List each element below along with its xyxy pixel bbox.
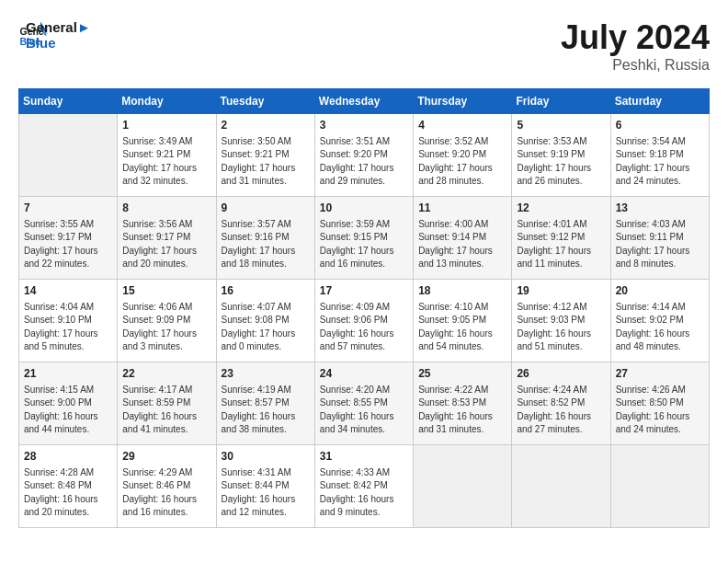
logo: General Blue General► Blue xyxy=(18,18,91,51)
calendar-cell: 21Sunrise: 4:15 AM Sunset: 9:00 PM Dayli… xyxy=(19,362,118,445)
day-detail: Sunrise: 3:56 AM Sunset: 9:17 PM Dayligh… xyxy=(122,218,210,271)
day-number: 22 xyxy=(122,366,210,382)
calendar-cell: 16Sunrise: 4:07 AM Sunset: 9:08 PM Dayli… xyxy=(216,280,314,362)
day-detail: Sunrise: 4:07 AM Sunset: 9:08 PM Dayligh… xyxy=(222,301,310,354)
day-detail: Sunrise: 3:54 AM Sunset: 9:18 PM Dayligh… xyxy=(616,135,704,189)
logo-line1: General► xyxy=(26,20,91,36)
day-number: 21 xyxy=(24,366,112,382)
day-number: 29 xyxy=(122,449,210,465)
calendar-cell: 13Sunrise: 4:03 AM Sunset: 9:11 PM Dayli… xyxy=(610,197,709,280)
calendar-cell xyxy=(414,445,512,528)
day-detail: Sunrise: 3:51 AM Sunset: 9:20 PM Dayligh… xyxy=(320,135,408,189)
week-row-4: 21Sunrise: 4:15 AM Sunset: 9:00 PM Dayli… xyxy=(19,362,710,445)
weekday-header-monday: Monday xyxy=(118,89,216,114)
day-number: 16 xyxy=(222,283,310,299)
calendar-cell: 19Sunrise: 4:12 AM Sunset: 9:03 PM Dayli… xyxy=(512,280,610,362)
day-number: 5 xyxy=(517,118,605,133)
day-detail: Sunrise: 4:06 AM Sunset: 9:09 PM Dayligh… xyxy=(122,301,210,354)
day-number: 15 xyxy=(122,283,210,299)
weekday-header-friday: Friday xyxy=(512,89,610,114)
day-number: 18 xyxy=(418,283,506,299)
day-number: 23 xyxy=(222,366,310,382)
calendar-cell: 27Sunrise: 4:26 AM Sunset: 8:50 PM Dayli… xyxy=(610,362,709,445)
day-number: 12 xyxy=(517,201,605,216)
day-number: 4 xyxy=(418,118,506,133)
day-detail: Sunrise: 4:24 AM Sunset: 8:52 PM Dayligh… xyxy=(517,384,605,437)
day-number: 20 xyxy=(616,283,704,299)
weekday-row: SundayMondayTuesdayWednesdayThursdayFrid… xyxy=(19,89,710,114)
calendar-cell: 20Sunrise: 4:14 AM Sunset: 9:02 PM Dayli… xyxy=(610,280,709,362)
calendar-cell: 12Sunrise: 4:01 AM Sunset: 9:12 PM Dayli… xyxy=(512,197,610,280)
calendar-cell: 24Sunrise: 4:20 AM Sunset: 8:55 PM Dayli… xyxy=(314,362,413,445)
calendar-cell: 1Sunrise: 3:49 AM Sunset: 9:21 PM Daylig… xyxy=(118,114,216,197)
day-number: 31 xyxy=(320,449,408,465)
calendar-cell: 10Sunrise: 3:59 AM Sunset: 9:15 PM Dayli… xyxy=(314,197,413,280)
calendar-cell: 4Sunrise: 3:52 AM Sunset: 9:20 PM Daylig… xyxy=(414,114,512,197)
week-row-1: 1Sunrise: 3:49 AM Sunset: 9:21 PM Daylig… xyxy=(19,114,710,197)
calendar-table: SundayMondayTuesdayWednesdayThursdayFrid… xyxy=(18,88,710,528)
calendar-cell: 26Sunrise: 4:24 AM Sunset: 8:52 PM Dayli… xyxy=(512,362,610,445)
weekday-header-saturday: Saturday xyxy=(610,89,709,114)
page-header: General Blue General► Blue July 2024 Pes… xyxy=(18,18,710,74)
calendar-cell: 31Sunrise: 4:33 AM Sunset: 8:42 PM Dayli… xyxy=(314,445,413,528)
calendar-cell: 9Sunrise: 3:57 AM Sunset: 9:16 PM Daylig… xyxy=(216,197,314,280)
day-number: 19 xyxy=(517,283,605,299)
calendar-cell xyxy=(610,445,709,528)
title-block: July 2024 Peshki, Russia xyxy=(561,18,710,74)
day-number: 8 xyxy=(122,201,210,216)
day-detail: Sunrise: 4:00 AM Sunset: 9:14 PM Dayligh… xyxy=(418,218,506,271)
calendar-cell: 2Sunrise: 3:50 AM Sunset: 9:21 PM Daylig… xyxy=(216,114,314,197)
week-row-2: 7Sunrise: 3:55 AM Sunset: 9:17 PM Daylig… xyxy=(19,197,710,280)
day-number: 13 xyxy=(616,201,704,216)
calendar-header: SundayMondayTuesdayWednesdayThursdayFrid… xyxy=(19,89,710,114)
day-number: 28 xyxy=(24,449,112,465)
day-number: 11 xyxy=(418,201,506,216)
day-number: 17 xyxy=(320,283,408,299)
day-number: 1 xyxy=(122,118,210,133)
calendar-cell: 14Sunrise: 4:04 AM Sunset: 9:10 PM Dayli… xyxy=(19,280,118,362)
day-number: 14 xyxy=(24,283,112,299)
day-detail: Sunrise: 4:31 AM Sunset: 8:44 PM Dayligh… xyxy=(222,466,310,520)
day-detail: Sunrise: 4:15 AM Sunset: 9:00 PM Dayligh… xyxy=(24,384,112,437)
day-number: 7 xyxy=(24,201,112,216)
day-detail: Sunrise: 3:49 AM Sunset: 9:21 PM Dayligh… xyxy=(122,135,210,189)
weekday-header-sunday: Sunday xyxy=(19,89,118,114)
day-detail: Sunrise: 4:19 AM Sunset: 8:57 PM Dayligh… xyxy=(222,384,310,437)
calendar-cell: 11Sunrise: 4:00 AM Sunset: 9:14 PM Dayli… xyxy=(414,197,512,280)
weekday-header-thursday: Thursday xyxy=(414,89,512,114)
day-detail: Sunrise: 4:22 AM Sunset: 8:53 PM Dayligh… xyxy=(418,384,506,437)
week-row-5: 28Sunrise: 4:28 AM Sunset: 8:48 PM Dayli… xyxy=(19,445,710,528)
day-detail: Sunrise: 4:09 AM Sunset: 9:06 PM Dayligh… xyxy=(320,301,408,354)
day-number: 2 xyxy=(222,118,310,133)
week-row-3: 14Sunrise: 4:04 AM Sunset: 9:10 PM Dayli… xyxy=(19,280,710,362)
calendar-cell: 3Sunrise: 3:51 AM Sunset: 9:20 PM Daylig… xyxy=(314,114,413,197)
day-detail: Sunrise: 3:53 AM Sunset: 9:19 PM Dayligh… xyxy=(517,135,605,189)
logo-line2: Blue xyxy=(26,36,91,52)
location-title: Peshki, Russia xyxy=(561,57,710,74)
calendar-cell xyxy=(512,445,610,528)
calendar-cell: 7Sunrise: 3:55 AM Sunset: 9:17 PM Daylig… xyxy=(19,197,118,280)
day-number: 10 xyxy=(320,201,408,216)
day-number: 6 xyxy=(616,118,704,133)
day-detail: Sunrise: 4:04 AM Sunset: 9:10 PM Dayligh… xyxy=(24,301,112,354)
calendar-cell: 23Sunrise: 4:19 AM Sunset: 8:57 PM Dayli… xyxy=(216,362,314,445)
day-number: 25 xyxy=(418,366,506,382)
day-detail: Sunrise: 4:28 AM Sunset: 8:48 PM Dayligh… xyxy=(24,466,112,520)
day-detail: Sunrise: 3:59 AM Sunset: 9:15 PM Dayligh… xyxy=(320,218,408,271)
day-detail: Sunrise: 4:29 AM Sunset: 8:46 PM Dayligh… xyxy=(122,466,210,520)
calendar-cell: 17Sunrise: 4:09 AM Sunset: 9:06 PM Dayli… xyxy=(314,280,413,362)
day-number: 3 xyxy=(320,118,408,133)
weekday-header-tuesday: Tuesday xyxy=(216,89,314,114)
day-detail: Sunrise: 4:14 AM Sunset: 9:02 PM Dayligh… xyxy=(616,301,704,354)
calendar-cell: 22Sunrise: 4:17 AM Sunset: 8:59 PM Dayli… xyxy=(118,362,216,445)
day-detail: Sunrise: 4:20 AM Sunset: 8:55 PM Dayligh… xyxy=(320,384,408,437)
calendar-cell: 29Sunrise: 4:29 AM Sunset: 8:46 PM Dayli… xyxy=(118,445,216,528)
calendar-cell: 30Sunrise: 4:31 AM Sunset: 8:44 PM Dayli… xyxy=(216,445,314,528)
calendar-cell: 25Sunrise: 4:22 AM Sunset: 8:53 PM Dayli… xyxy=(414,362,512,445)
calendar-cell: 15Sunrise: 4:06 AM Sunset: 9:09 PM Dayli… xyxy=(118,280,216,362)
calendar-cell: 8Sunrise: 3:56 AM Sunset: 9:17 PM Daylig… xyxy=(118,197,216,280)
day-detail: Sunrise: 4:10 AM Sunset: 9:05 PM Dayligh… xyxy=(418,301,506,354)
calendar-cell xyxy=(19,114,118,197)
calendar-body: 1Sunrise: 3:49 AM Sunset: 9:21 PM Daylig… xyxy=(19,114,710,528)
month-title: July 2024 xyxy=(561,18,710,57)
